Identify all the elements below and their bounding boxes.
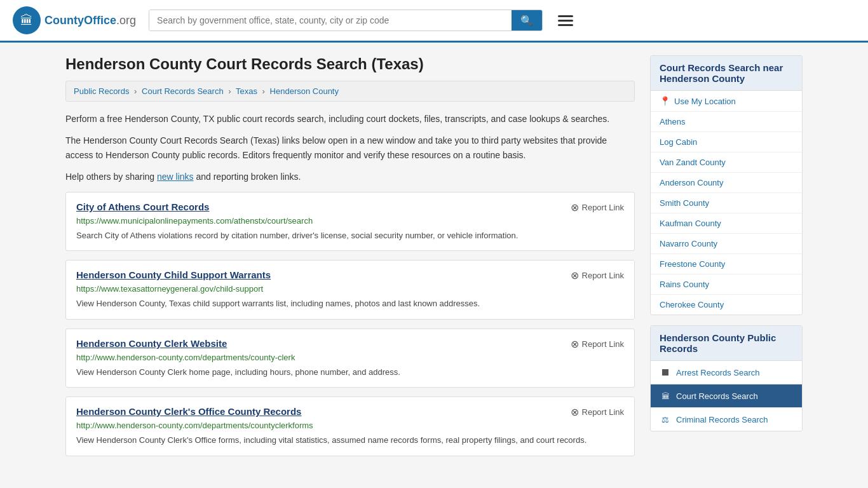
public-records-item-arrest: Arrest Records Search <box>651 361 802 384</box>
record-url-2: https://www.texasattorneygeneral.gov/chi… <box>76 284 624 294</box>
report-link-btn-4[interactable]: ⊗ Report Link <box>571 406 624 418</box>
nearby-item-rains: Rains County <box>651 274 802 295</box>
record-card-1: City of Athens Court Records ⊗ Report Li… <box>65 192 635 252</box>
record-desc-4: View Henderson County Clerk's Office for… <box>76 434 624 447</box>
public-records-list: Arrest Records Search 🏛 Court Records Se… <box>651 361 802 431</box>
record-card-3: Henderson County Clerk Website ⊗ Report … <box>65 329 635 388</box>
report-link-btn-1[interactable]: ⊗ Report Link <box>571 201 624 214</box>
nearby-item-log-cabin: Log Cabin <box>651 132 802 152</box>
breadcrumb-texas[interactable]: Texas <box>236 86 257 96</box>
nearby-item-smith: Smith County <box>651 193 802 214</box>
record-url-1: https://www.municipalonlinepayments.com/… <box>76 216 624 226</box>
main-content: Henderson County Court Records Search (T… <box>65 55 635 465</box>
records-list: City of Athens Court Records ⊗ Report Li… <box>65 192 635 456</box>
nearby-item-navarro: Navarro County <box>651 234 802 254</box>
public-records-section: Henderson County Public Records Arrest R… <box>650 325 803 431</box>
nearby-section: Court Records Search near Henderson Coun… <box>650 55 803 315</box>
page-title: Henderson County Court Records Search (T… <box>65 55 635 73</box>
report-icon-1: ⊗ <box>571 201 579 214</box>
nearby-item-freestone: Freestone County <box>651 254 802 274</box>
location-pin-icon: 📍 <box>660 96 670 106</box>
use-location-item: 📍 Use My Location <box>651 91 802 112</box>
record-desc-2: View Henderson County, Texas child suppo… <box>76 297 624 310</box>
record-url-3: http://www.henderson-county.com/departme… <box>76 353 624 362</box>
breadcrumb: Public Records › Court Records Search › … <box>65 81 635 102</box>
breadcrumb-public-records[interactable]: Public Records <box>74 86 129 96</box>
nearby-link-rains[interactable]: Rains County <box>651 274 802 294</box>
public-records-link-arrest[interactable]: Arrest Records Search <box>651 361 802 384</box>
main-wrapper: Henderson County Court Records Search (T… <box>53 43 815 478</box>
criminal-icon: ⚖ <box>660 414 671 425</box>
record-url-4: http://www.henderson-county.com/departme… <box>76 421 624 430</box>
menu-line-1 <box>558 15 573 17</box>
record-title-4[interactable]: Henderson County Clerk's Office County R… <box>76 406 301 417</box>
search-button[interactable]: 🔍 <box>512 10 542 30</box>
nearby-link-navarro[interactable]: Navarro County <box>651 234 802 254</box>
nearby-link-van-zandt[interactable]: Van Zandt County <box>651 152 802 172</box>
record-title-1[interactable]: City of Athens Court Records <box>76 201 209 212</box>
nearby-link-athens[interactable]: Athens <box>651 112 802 132</box>
public-records-link-court[interactable]: 🏛 Court Records Search <box>651 384 802 407</box>
report-link-btn-3[interactable]: ⊗ Report Link <box>571 338 624 350</box>
nearby-link-kaufman[interactable]: Kaufman County <box>651 214 802 233</box>
public-records-link-criminal[interactable]: ⚖ Criminal Records Search <box>651 408 802 431</box>
court-icon: 🏛 <box>660 390 671 402</box>
breadcrumb-court-records-search[interactable]: Court Records Search <box>142 86 224 96</box>
hamburger-menu-button[interactable] <box>555 13 576 29</box>
use-location-link[interactable]: 📍 Use My Location <box>651 91 802 111</box>
nearby-link-freestone[interactable]: Freestone County <box>651 254 802 274</box>
nearby-header: Court Records Search near Henderson Coun… <box>651 56 802 91</box>
record-desc-1: Search City of Athens violations record … <box>76 229 624 242</box>
nearby-link-cherokee[interactable]: Cherokee County <box>651 295 802 315</box>
report-icon-3: ⊗ <box>571 338 579 350</box>
record-title-2[interactable]: Henderson County Child Support Warrants <box>76 269 271 280</box>
breadcrumb-henderson-county[interactable]: Henderson County <box>270 86 339 96</box>
report-icon-4: ⊗ <box>571 406 579 418</box>
nearby-item-anderson: Anderson County <box>651 173 802 193</box>
nearby-item-van-zandt: Van Zandt County <box>651 152 802 173</box>
menu-line-3 <box>558 24 573 26</box>
logo-icon: 🏛 <box>13 6 41 34</box>
public-records-header: Henderson County Public Records <box>651 326 802 361</box>
sidebar: Court Records Search near Henderson Coun… <box>650 55 803 465</box>
record-card-2: Henderson County Child Support Warrants … <box>65 260 635 320</box>
nearby-item-athens: Athens <box>651 112 802 132</box>
nearby-link-log-cabin[interactable]: Log Cabin <box>651 132 802 152</box>
description-1: Perform a free Henderson County, TX publ… <box>65 112 635 126</box>
public-records-item-criminal: ⚖ Criminal Records Search <box>651 408 802 431</box>
arrest-icon <box>660 367 671 378</box>
nearby-link-smith[interactable]: Smith County <box>651 193 802 213</box>
site-header: 🏛 CountyOffice.org 🔍 <box>0 0 868 43</box>
report-icon-2: ⊗ <box>571 269 579 281</box>
record-title-3[interactable]: Henderson County Clerk Website <box>76 338 227 349</box>
record-desc-3: View Henderson County Clerk home page, i… <box>76 366 624 379</box>
description-2: The Henderson County Court Records Searc… <box>65 133 635 162</box>
nearby-item-cherokee: Cherokee County <box>651 295 802 315</box>
public-records-item-court: 🏛 Court Records Search <box>651 384 802 408</box>
new-links-link[interactable]: new links <box>157 172 194 182</box>
search-bar: 🔍 <box>149 10 543 31</box>
nearby-list: 📍 Use My Location Athens Log Cabin Van Z… <box>651 91 802 315</box>
logo-text: CountyOffice.org <box>44 14 136 27</box>
logo-link[interactable]: 🏛 CountyOffice.org <box>13 6 136 34</box>
nearby-link-anderson[interactable]: Anderson County <box>651 173 802 193</box>
record-card-4: Henderson County Clerk's Office County R… <box>65 396 635 456</box>
description-3: Help others by sharing new links and rep… <box>65 170 635 184</box>
menu-line-2 <box>558 20 573 22</box>
search-input[interactable] <box>149 10 512 30</box>
nearby-item-kaufman: Kaufman County <box>651 214 802 234</box>
report-link-btn-2[interactable]: ⊗ Report Link <box>571 269 624 281</box>
